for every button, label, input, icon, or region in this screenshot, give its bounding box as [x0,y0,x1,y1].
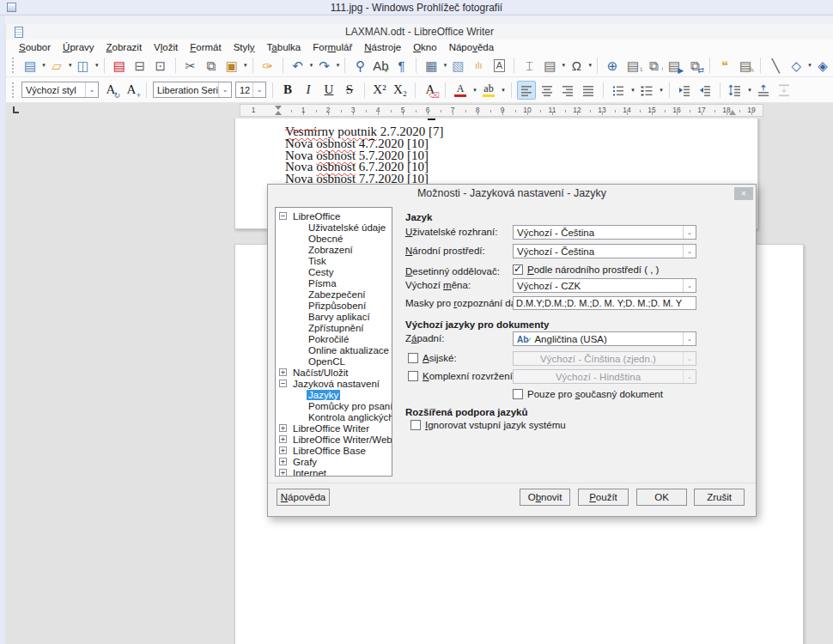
menu-vlozit[interactable]: Vložit [148,41,184,53]
expand-icon[interactable]: + [279,447,287,454]
help-button[interactable]: Nápověda [277,489,330,506]
collapse-icon[interactable]: − [279,380,287,387]
save-button[interactable]: ◫ [74,56,93,75]
clone-formatting-button[interactable]: ✑ [258,56,277,75]
save-button-dropdown[interactable]: ▾ [94,62,100,69]
tree-item-zobrazeni[interactable]: Zobrazení [276,244,392,255]
insert-endnote-button[interactable]: ⧉ⁱ [644,56,663,75]
numbered-list-button[interactable] [637,81,656,100]
tree-item-cesty[interactable]: Cesty [276,266,392,277]
basic-shapes-button[interactable]: ◇ [787,56,806,75]
copy-button[interactable]: ⧉ [202,56,221,75]
tree-item-uzivatelske-udaje[interactable]: Uživatelské údaje [276,222,392,233]
tree-item-libreoffice-base[interactable]: +LibreOffice Base [276,445,392,456]
paragraph-style-combobox[interactable]: Výchozí styl ⌄ [21,82,99,98]
apply-button[interactable]: Použít [578,489,629,506]
western-language-combobox[interactable]: Ab✓ Angličtina (USA) ⌄ [513,331,696,346]
insert-bookmark-button[interactable]: ▤▶ [665,56,684,75]
increase-indent-button[interactable] [675,81,694,100]
tree-item-jazykova-nastaveni[interactable]: −Jazyková nastavení [276,378,392,389]
align-justify-button[interactable] [579,81,598,100]
insert-chart-button[interactable]: ılı [469,56,488,75]
redo-button[interactable]: ↷ [315,56,334,75]
redo-button-dropdown[interactable]: ▾ [336,62,341,69]
tree-item-pokrocile[interactable]: Pokročilé [276,333,392,344]
insert-footnote-button[interactable]: ▤¹ [623,56,642,75]
strikethrough-button[interactable]: S [340,81,359,100]
ignore-input-language-checkbox[interactable] [410,420,421,430]
chevron-down-icon[interactable]: ⌄ [683,332,696,345]
cancel-button[interactable]: Zrušit [694,489,745,506]
insert-table-button-dropdown[interactable]: ▾ [442,62,447,69]
bullet-list-button-dropdown[interactable]: ▾ [629,87,636,94]
indent-marker-top[interactable] [275,106,282,110]
asian-language-checkbox[interactable] [408,353,418,363]
tree-item-kontrola-anglickych-vet[interactable]: Kontrola anglických vět [276,411,392,422]
ctl-language-checkbox[interactable] [408,371,418,381]
tree-item-pomucky-pro-psani[interactable]: Pomůcky pro psaní [276,400,392,411]
track-changes-button[interactable]: ▤✎ [736,56,755,75]
insert-comment-button[interactable]: ❝ [715,56,734,75]
draw-functions-button[interactable]: ◈ [813,56,832,75]
update-style-button[interactable]: A↻ [101,81,120,100]
new-document-button[interactable]: ▤ [21,56,40,75]
locale-combobox[interactable]: Výchozí - Čeština ⌄ [513,244,696,258]
paste-button[interactable]: ▣ [222,56,241,75]
decrease-indent-button[interactable] [696,81,714,100]
highlight-color-button[interactable]: ab [479,81,498,100]
special-character-button[interactable]: Ω [567,56,586,75]
bullet-list-button[interactable] [609,81,628,100]
chevron-down-icon[interactable]: ⌄ [683,279,696,292]
tree-item-barvy-aplikaci[interactable]: Barvy aplikací [276,311,392,322]
insert-field-button-dropdown[interactable]: ▾ [561,62,566,69]
close-icon[interactable]: × [734,187,753,200]
superscript-button[interactable]: X² [370,81,389,100]
reset-button[interactable]: Obnovit [520,489,570,506]
horizontal-ruler[interactable]: 112345678910111213141516171819 [240,104,763,117]
toolbar-drag-handle[interactable] [12,82,14,98]
tree-item-pisma[interactable]: Písma [276,277,392,289]
subscript-button[interactable]: X₂ [391,81,410,100]
chevron-down-icon[interactable]: ⌄ [85,82,98,97]
menu-upravy[interactable]: Úpravy [57,41,100,53]
menu-okno[interactable]: Okno [407,41,443,53]
menu-zobrazit[interactable]: Zobrazit [100,41,149,53]
clear-formatting-button[interactable]: A⌫ [421,81,440,100]
insert-line-button[interactable]: ╲ [766,56,785,75]
chevron-down-icon[interactable]: ⌄ [218,82,231,97]
chevron-down-icon[interactable]: ⌄ [683,245,696,258]
date-patterns-input[interactable]: D.M.Y;D.M.;D. M.;D. M. Y;D. M.;D. M. Y [513,296,696,310]
align-left-button[interactable] [517,81,536,100]
bold-button[interactable]: B [278,81,297,100]
decimal-separator-checkbox[interactable] [513,264,523,275]
align-center-button[interactable] [538,81,556,100]
chevron-down-icon[interactable]: ⌄ [252,82,265,97]
tree-item-grafy[interactable]: +Grafy [276,456,392,467]
tree-item-jazyky[interactable]: Jazyky [276,389,392,400]
basic-shapes-button-dropdown[interactable]: ▾ [807,62,812,69]
tree-item-opencl[interactable]: OpenCL [276,355,392,367]
page-break-button[interactable]: ⌶ [520,56,538,75]
tree-item-zpristupneni[interactable]: Zpřístupnění [276,322,392,333]
undo-button[interactable]: ↶ [289,56,307,75]
right-indent-marker[interactable] [729,110,736,115]
font-size-combobox[interactable]: 12 ⌄ [235,82,266,98]
increase-paragraph-spacing-button[interactable] [754,81,773,100]
insert-field-button[interactable]: ▤ [540,56,559,75]
current-document-checkbox[interactable] [513,389,523,399]
indent-marker-bottom[interactable] [275,111,282,115]
menu-format[interactable]: Formát [184,41,227,53]
undo-button-dropdown[interactable]: ▾ [309,62,314,69]
toolbar-drag-handle[interactable] [12,58,14,73]
tree-item-online-aktualizace[interactable]: Online aktualizace [276,344,392,355]
font-name-combobox[interactable]: Liberation Serif ⌄ [153,82,232,98]
expand-icon[interactable]: + [279,458,287,465]
menu-soubor[interactable]: Soubor [13,41,57,53]
cut-button[interactable]: ✂ [181,56,200,75]
tree-item-obecne[interactable]: Obecné [276,233,392,244]
tree-item-internet[interactable]: +Internet [276,467,392,477]
menu-nastroje[interactable]: Nástroje [358,41,407,53]
highlight-color-button-dropdown[interactable]: ▾ [500,87,507,94]
line-spacing-button-dropdown[interactable]: ▾ [746,87,753,94]
special-character-button-dropdown[interactable]: ▾ [587,62,593,69]
